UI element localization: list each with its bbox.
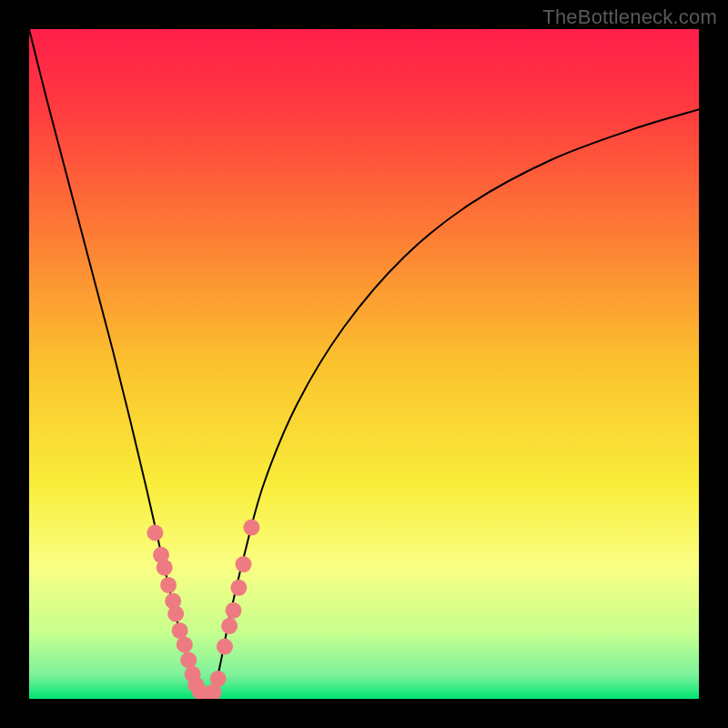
highlight-dot <box>172 622 188 639</box>
bottleneck-curve <box>29 29 699 699</box>
highlight-dot <box>157 560 173 576</box>
chart-frame: TheBottleneck.com <box>0 0 728 728</box>
curve-layer <box>29 29 699 699</box>
highlight-dots <box>147 520 259 699</box>
watermark-text: TheBottleneck.com <box>542 5 717 29</box>
highlight-dot <box>177 636 193 652</box>
highlight-dot <box>226 602 242 619</box>
highlight-dot <box>147 525 163 541</box>
plot-area <box>29 29 699 699</box>
highlight-dot <box>230 580 247 596</box>
highlight-dot <box>210 671 227 687</box>
highlight-dot <box>160 577 177 593</box>
highlight-dot <box>243 520 259 536</box>
highlight-dot <box>236 556 252 572</box>
highlight-dot <box>167 606 184 622</box>
highlight-dot <box>217 639 233 655</box>
highlight-dot <box>180 652 197 668</box>
highlight-dot <box>221 618 238 634</box>
